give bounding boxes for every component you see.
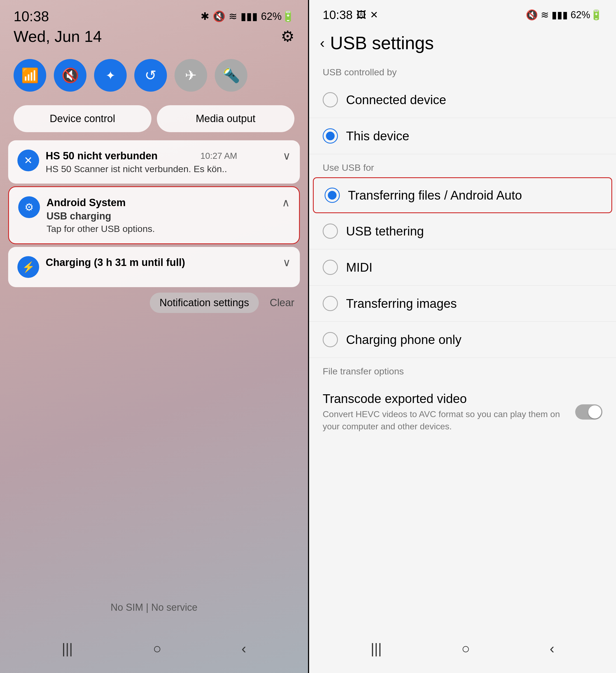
wifi-icon: ≋ [229, 10, 237, 22]
notif-charging-expand[interactable]: ∨ [283, 256, 291, 269]
clear-button[interactable]: Clear [270, 297, 294, 309]
option-transfer-images[interactable]: Transferring images [309, 285, 616, 322]
status-bar-left: 10:38 ✱ 🔇 ≋ ▮▮▮ 62%🔋 [0, 0, 308, 27]
no-sim-label: No SIM | No service [0, 602, 308, 613]
option-connected-device-label: Connected device [346, 92, 446, 107]
mute-icon: 🔇 [213, 10, 225, 22]
nav-bar-left: ||| ○ ‹ [0, 630, 308, 673]
option-transfer-files[interactable]: Transferring files / Android Auto [313, 177, 612, 213]
action-buttons: Device control Media output [0, 97, 308, 140]
notif-android-icon: ⚙ [18, 196, 40, 218]
bluetooth-toggle[interactable]: ✦ [94, 59, 127, 92]
airplane-toggle[interactable]: ✈ [175, 59, 207, 92]
notif-hs50-body: HS 50 Scanner ist nicht verbunden. Es kö… [46, 164, 291, 174]
transcode-toggle-knob [588, 405, 601, 419]
date-row: Wed, Jun 14 ⚙ [0, 27, 308, 53]
status-icons-left: ✱ 🔇 ≋ ▮▮▮ 62%🔋 [201, 10, 294, 22]
media-output-button[interactable]: Media output [157, 105, 295, 132]
option-midi-label: MIDI [346, 260, 372, 275]
battery-right: 62%🔋 [571, 9, 602, 21]
transcode-text: Transcode exported video Convert HEVC vi… [323, 391, 575, 433]
radio-transfer-files-fill [328, 191, 337, 200]
option-usb-tethering[interactable]: USB tethering [309, 213, 616, 249]
wifi-toggle[interactable]: 📶 [14, 59, 46, 92]
transcode-row: Transcode exported video Convert HEVC vi… [309, 381, 616, 443]
radio-charging-only[interactable] [323, 332, 338, 347]
notif-hs50-expand[interactable]: ∨ [283, 150, 291, 162]
option-charging-only-label: Charging phone only [346, 332, 461, 347]
option-this-device-label: This device [346, 129, 409, 143]
nav-recents-right[interactable]: ||| [371, 640, 382, 657]
notif-hs50-icon: ✕ [17, 150, 39, 171]
nav-back-right[interactable]: ‹ [550, 640, 554, 657]
date-display: Wed, Jun 14 [14, 27, 102, 45]
nav-home-right[interactable]: ○ [461, 640, 470, 657]
notif-hs50[interactable]: ✕ HS 50 nicht verbunden 10:27 AM ∨ HS 50… [8, 140, 300, 184]
nav-bar-right: ||| ○ ‹ [309, 630, 616, 673]
notif-android-title: Android System [46, 197, 125, 209]
signal-icon-right: ▮▮▮ [552, 9, 568, 21]
flashlight-toggle[interactable]: 🔦 [215, 59, 247, 92]
radio-midi[interactable] [323, 260, 338, 275]
status-icons-right: 🔇 ≋ ▮▮▮ 62%🔋 [526, 9, 602, 21]
back-button[interactable]: ‹ [320, 35, 325, 51]
transcode-title: Transcode exported video [323, 391, 575, 406]
option-transfer-images-label: Transferring images [346, 296, 457, 311]
radio-transfer-files[interactable] [325, 188, 340, 203]
notif-android-content: Android System ∧ USB charging Tap for ot… [46, 196, 290, 234]
option-midi[interactable]: MIDI [309, 249, 616, 285]
mute-icon-right: 🔇 [526, 9, 538, 21]
radio-this-device[interactable] [323, 128, 338, 144]
notif-charging[interactable]: ⚡ Charging (3 h 31 m until full) ∨ [8, 247, 300, 287]
notif-hs50-time: 10:27 AM [200, 151, 237, 161]
notif-charging-icon: ⚡ [17, 256, 39, 278]
notif-hs50-title: HS 50 nicht verbunden [46, 150, 158, 162]
notif-hs50-content: HS 50 nicht verbunden 10:27 AM ∨ HS 50 S… [46, 150, 291, 174]
nav-recents-left[interactable]: ||| [62, 640, 73, 657]
notif-android-subtitle: USB charging [46, 210, 290, 222]
wifi-icon-right: ≋ [541, 9, 549, 21]
quick-toggles: 📶 🔇 ✦ ↺ ✈ 🔦 [0, 53, 308, 97]
notif-bottom-bar: Notification settings Clear [0, 287, 308, 316]
notif-android-system[interactable]: ⚙ Android System ∧ USB charging Tap for … [8, 186, 300, 244]
right-panel: 10:38 🖼 ✕ 🔇 ≋ ▮▮▮ 62%🔋 ‹ USB settings US… [309, 0, 616, 673]
left-panel: 10:38 ✱ 🔇 ≋ ▮▮▮ 62%🔋 Wed, Jun 14 ⚙ 📶 🔇 ✦… [0, 0, 308, 673]
status-bar-right: 10:38 🖼 ✕ 🔇 ≋ ▮▮▮ 62%🔋 [309, 0, 616, 24]
page-title: USB settings [330, 33, 434, 53]
device-control-button[interactable]: Device control [14, 105, 151, 132]
radio-this-device-fill [326, 132, 335, 140]
page-header: ‹ USB settings [309, 24, 616, 59]
bluetooth-icon: ✱ [201, 10, 209, 22]
file-transfer-options-label: File transfer options [309, 358, 616, 381]
option-charging-only[interactable]: Charging phone only [309, 322, 616, 358]
option-transfer-files-label: Transferring files / Android Auto [348, 188, 522, 203]
sync-toggle[interactable]: ↺ [134, 59, 167, 92]
option-this-device[interactable]: This device [309, 118, 616, 154]
notif-charging-content: Charging (3 h 31 m until full) ∨ [46, 256, 291, 269]
battery-text: 62%🔋 [261, 10, 294, 22]
mute-toggle[interactable]: 🔇 [54, 59, 86, 92]
gear-icon[interactable]: ⚙ [281, 27, 294, 45]
time-right: 10:38 🖼 ✕ [323, 8, 378, 22]
nav-back-left[interactable]: ‹ [241, 640, 246, 657]
radio-transfer-images[interactable] [323, 296, 338, 311]
option-usb-tethering-label: USB tethering [346, 224, 424, 238]
use-usb-for-label: Use USB for [309, 154, 616, 177]
settings-content: USB controlled by Connected device This … [309, 59, 616, 673]
transcode-toggle[interactable] [575, 404, 602, 420]
usb-controlled-label: USB controlled by [309, 59, 616, 82]
option-connected-device[interactable]: Connected device [309, 82, 616, 118]
notif-android-body: Tap for other USB options. [46, 224, 290, 234]
notifications-list: ✕ HS 50 nicht verbunden 10:27 AM ∨ HS 50… [0, 140, 308, 287]
notif-charging-title: Charging (3 h 31 m until full) [46, 257, 185, 268]
signal-icon: ▮▮▮ [241, 10, 258, 22]
transcode-subtitle: Convert HEVC videos to AVC format so you… [323, 408, 575, 433]
nav-home-left[interactable]: ○ [153, 640, 161, 657]
radio-usb-tethering[interactable] [323, 224, 338, 239]
notification-settings-button[interactable]: Notification settings [150, 292, 259, 313]
radio-connected-device[interactable] [323, 92, 338, 107]
time-display-right: 10:38 [323, 8, 353, 22]
notif-android-expand[interactable]: ∧ [282, 196, 290, 209]
time-left: 10:38 [14, 8, 49, 24]
close-notif-icon: ✕ [370, 9, 378, 21]
